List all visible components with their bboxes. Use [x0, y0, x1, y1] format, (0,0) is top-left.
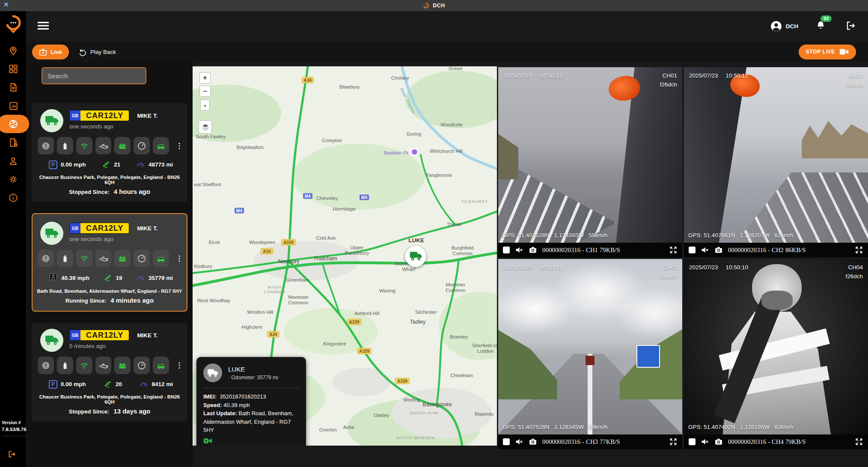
sidebar-item-geofence-admin[interactable]: [0, 133, 29, 152]
live-tab-button[interactable]: Live: [32, 45, 69, 59]
sidebar: Version # 7.8.53/8.76: [0, 11, 27, 467]
car-battery-icon: [118, 254, 127, 263]
fullscreen-icon[interactable]: [669, 437, 678, 446]
satellites-stat: 20: [103, 380, 122, 389]
vehicle-status-icons: [36, 250, 183, 267]
sidebar-logout-button[interactable]: [7, 449, 17, 461]
map-label: M4: [235, 208, 244, 213]
battery-health-button[interactable]: [114, 357, 131, 374]
sidebar-item-cameras[interactable]: [0, 115, 29, 133]
mute-icon[interactable]: [701, 437, 709, 446]
sidebar-item-tracking[interactable]: [0, 41, 29, 59]
zoom-out-button[interactable]: −: [199, 86, 211, 97]
sidebar-item-info[interactable]: [0, 188, 29, 207]
signal-status-button[interactable]: [76, 137, 92, 155]
video-feed[interactable]: 2025/07/2310:50:12 CH01f26dch GPS: 51.40…: [498, 67, 682, 257]
fullscreen-icon[interactable]: [855, 246, 863, 254]
fullscreen-icon[interactable]: [855, 437, 863, 446]
fullscreen-icon[interactable]: [669, 246, 678, 254]
signal-status-button[interactable]: [76, 357, 92, 374]
map-label: Ashe: [343, 425, 354, 430]
mute-icon[interactable]: [515, 246, 523, 254]
map-label: West Woodhay: [196, 298, 231, 303]
alert-status-button[interactable]: [38, 250, 54, 267]
vehicle-health-button[interactable]: [153, 137, 169, 155]
card-menu-button[interactable]: [175, 360, 183, 371]
engine-status-button[interactable]: [95, 250, 112, 267]
speed-status-button[interactable]: [134, 137, 150, 155]
sidebar-item-reports[interactable]: [0, 78, 29, 96]
vehicle-card[interactable]: GBCAR12LY MIKE T. one seconds ago: [32, 213, 187, 312]
satellite-count: 21: [114, 161, 120, 168]
snapshot-icon[interactable]: [529, 437, 537, 446]
map-arrow-button[interactable]: ▲: [200, 100, 210, 110]
alert-status-button[interactable]: [38, 357, 54, 374]
battery-status-button[interactable]: [57, 137, 73, 155]
playback-tab-button[interactable]: Play Back: [78, 48, 116, 56]
sidebar-item-drivers[interactable]: [0, 152, 29, 170]
sidebar-item-settings[interactable]: [0, 170, 29, 188]
vehicle-health-button[interactable]: [153, 357, 169, 374]
card-menu-button[interactable]: [175, 253, 183, 264]
video-select-checkbox[interactable]: [689, 438, 696, 445]
mute-icon[interactable]: [515, 437, 523, 446]
user-menu[interactable]: DCH: [770, 21, 798, 32]
close-icon[interactable]: ✕: [3, 1, 9, 9]
speed-stat: P 0.00 mph: [49, 380, 86, 389]
stop-live-button[interactable]: STOP LIVE: [799, 45, 856, 59]
battery-health-button[interactable]: [114, 137, 131, 155]
vehicle-health-button[interactable]: [153, 250, 169, 267]
map-label: Wasing: [379, 288, 395, 293]
map-label: eat Shefford: [194, 182, 221, 187]
mute-icon[interactable]: [701, 246, 709, 254]
battery-status-button[interactable]: [57, 250, 73, 267]
video-feed[interactable]: 2025/07/2310:50:11 CH03f26dch GPS: 51.40…: [498, 259, 682, 449]
video-feed[interactable]: 2025/07/2310:50:12 CH02f26dch GPS: 51.40…: [684, 67, 868, 257]
speed-status-button[interactable]: [134, 250, 150, 267]
car-icon: [156, 141, 166, 151]
signal-status-button[interactable]: [76, 250, 92, 267]
snapshot-icon[interactable]: [529, 246, 537, 254]
notifications-button[interactable]: 93: [815, 20, 826, 33]
menu-toggle-button[interactable]: [38, 21, 49, 32]
video-select-checkbox[interactable]: [689, 247, 696, 253]
engine-status-button[interactable]: [95, 357, 112, 374]
vehicle-card[interactable]: GBCAR12LY MIKE T. 5 minutes ago: [32, 323, 187, 422]
video-select-checkbox[interactable]: [503, 247, 510, 253]
odometer-icon: [136, 274, 145, 283]
popup-video-button[interactable]: [203, 437, 212, 444]
sidebar-item-analytics[interactable]: [0, 96, 29, 115]
battery-status-button[interactable]: [57, 357, 73, 374]
map-label: Burghfield Common: [446, 245, 480, 256]
last-update-ago: one seconds ago: [69, 123, 158, 130]
video-frame: [498, 67, 682, 243]
engine-status-button[interactable]: [95, 137, 112, 155]
gear-icon: [8, 174, 18, 184]
vehicle-status-icons: [36, 137, 183, 155]
battery-health-button[interactable]: [114, 250, 131, 267]
header-logout-button[interactable]: [845, 20, 856, 33]
zoom-in-button[interactable]: +: [199, 72, 211, 83]
vehicle-card[interactable]: GBCAR12LY MIKE T. one seconds ago: [32, 103, 187, 202]
video-select-checkbox[interactable]: [503, 438, 510, 445]
card-menu-button[interactable]: [175, 141, 183, 151]
vehicle-map-marker[interactable]: [405, 246, 426, 267]
map-pin-icon: [8, 45, 18, 56]
popup-truck-icon: [207, 369, 218, 378]
speed-status-button[interactable]: [134, 357, 150, 374]
snapshot-icon[interactable]: [714, 246, 723, 254]
map-label: A339: [347, 319, 362, 325]
map[interactable]: Green Cholsey Blewbury A34 River Thames …: [193, 66, 497, 446]
snapshot-icon[interactable]: [714, 437, 723, 446]
map-label: Hermitage: [333, 206, 356, 211]
vehicle-status: Stopped Since:13 days ago: [36, 408, 183, 415]
layers-button[interactable]: [199, 120, 212, 134]
alert-status-button[interactable]: [38, 137, 54, 155]
map-label: Elcot: [209, 240, 220, 245]
sidebar-item-dashboard[interactable]: [0, 59, 29, 78]
info-icon: [8, 193, 18, 203]
search-input[interactable]: [42, 67, 146, 84]
video-channel-label: CH02f26dch: [845, 72, 863, 88]
video-feed[interactable]: 2025/07/2310:50:10 CH04f26dch GPS: 51.40…: [684, 259, 868, 449]
car-battery-icon: [118, 361, 127, 370]
